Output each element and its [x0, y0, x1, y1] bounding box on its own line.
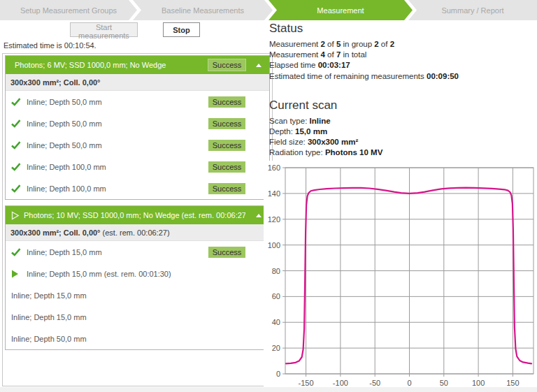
nav-step-baseline-measurements[interactable]: Baseline Measurements — [133, 0, 273, 20]
scan-status-badge[interactable]: Success — [208, 96, 245, 108]
current-scan-line: Field size: 300x300 mm² — [269, 137, 535, 147]
group-header-6mv[interactable]: Photons; 6 MV; SSD 1000,0 mm; No Wedge S… — [6, 56, 269, 74]
measurement-group-6mv: Photons; 6 MV; SSD 1000,0 mm; No Wedge S… — [5, 55, 270, 200]
scan-list-item[interactable]: Inline; Depth 50,0 mm — [6, 328, 269, 349]
svg-text:40: 40 — [272, 318, 280, 326]
beam-profile-chart: 020406080100120140160-150-100-5005010015… — [264, 161, 537, 391]
svg-text:50: 50 — [440, 379, 448, 387]
scan-label: Inline; Depth 15,0 mm (est. rem. 00:01:3… — [27, 270, 171, 278]
check-icon — [11, 184, 22, 193]
play-outline-icon — [11, 211, 20, 220]
svg-text:-150: -150 — [299, 379, 314, 387]
nav-step-label: Measurement — [317, 6, 364, 15]
status-panel: Status Measurement 2 of 5 in group 2 of … — [269, 22, 535, 169]
field-subheader-text: 300x300 mm²; Coll. 0,00° — [10, 78, 101, 87]
collapse-arrow-icon[interactable] — [256, 214, 262, 217]
field-subheader: 300x300 mm²; Coll. 0,00° — [6, 74, 269, 91]
status-line: Elapsed time 00:03:17 — [269, 60, 535, 71]
svg-text:100: 100 — [268, 241, 280, 249]
check-icon — [11, 140, 22, 150]
svg-text:-100: -100 — [333, 379, 348, 387]
measurement-groups-panel: Photons; 6 MV; SSD 1000,0 mm; No Wedge S… — [2, 53, 273, 386]
collapse-arrow-icon[interactable] — [256, 64, 262, 67]
window-bottom-edge — [0, 387, 537, 392]
scan-list-item[interactable]: Inline; Depth 50,0 mm Success — [6, 112, 269, 134]
status-line: Measurement 2 of 5 in group 2 of 2 — [269, 39, 535, 50]
svg-text:160: 160 — [268, 164, 280, 172]
scan-label: Inline; Depth 50,0 mm — [27, 141, 102, 150]
scan-status-badge[interactable]: Success — [208, 183, 245, 194]
nav-step-setup-measurement-groups[interactable]: Setup Measurement Groups — [0, 0, 137, 20]
scan-label: Inline; Depth 50,0 mm — [27, 119, 102, 128]
status-line: Estimated time of remaining measurements… — [269, 71, 535, 82]
measurement-group-10mv: Photons; 10 MV; SSD 1000,0 mm; No Wedge … — [5, 205, 270, 350]
scan-status-badge[interactable]: Success — [208, 161, 245, 173]
status-title: Status — [269, 22, 535, 36]
scan-label: Inline; Depth 15,0 mm — [27, 248, 102, 256]
stop-button[interactable]: Stop — [163, 22, 200, 37]
svg-text:150: 150 — [506, 379, 519, 387]
svg-text:120: 120 — [268, 215, 280, 224]
group-status-badge[interactable]: Success — [208, 59, 245, 71]
check-icon — [11, 162, 22, 171]
scan-list-item[interactable]: Inline; Depth 100,0 mm Success — [6, 177, 269, 199]
play-icon — [11, 269, 22, 278]
start-measurements-button[interactable]: Start measurements — [70, 22, 138, 37]
svg-text:60: 60 — [272, 292, 280, 300]
scan-label: Inline; Depth 15,0 mm — [11, 291, 87, 300]
current-scan-line: Scan type: Inline — [269, 116, 535, 126]
current-scan-line: Radiation type: Photons 10 MV — [269, 147, 535, 158]
field-subheader: 300x300 mm²; Coll. 0,00° (est. rem. 00:0… — [6, 224, 269, 241]
scan-list-item[interactable]: Inline; Depth 15,0 mm — [6, 306, 269, 328]
svg-text:140: 140 — [268, 189, 280, 198]
scan-list-item[interactable]: Inline; Depth 15,0 mm — [6, 284, 269, 306]
scan-label: Inline; Depth 100,0 mm — [27, 163, 106, 171]
nav-step-measurement[interactable]: Measurement — [268, 0, 413, 20]
scan-list-item[interactable]: Inline; Depth 15,0 mm Success — [6, 241, 269, 263]
scan-status-badge[interactable]: Success — [208, 118, 245, 129]
group-title: Photons; 10 MV; SSD 1000,0 mm; No Wedge … — [24, 211, 245, 219]
check-icon — [11, 97, 22, 106]
scan-list-item[interactable]: Inline; Depth 100,0 mm Success — [6, 156, 269, 177]
estimated-time-text: Estimated time is 00:10:54. — [3, 41, 96, 50]
app-window: Setup Measurement Groups Baseline Measur… — [0, 0, 537, 392]
scan-label: Inline; Depth 50,0 mm — [11, 335, 87, 343]
group-header-10mv[interactable]: Photons; 10 MV; SSD 1000,0 mm; No Wedge … — [6, 206, 269, 224]
svg-text:100: 100 — [472, 379, 485, 387]
svg-text:-50: -50 — [369, 379, 380, 387]
scan-list-item[interactable]: Inline; Depth 50,0 mm Success — [6, 134, 269, 156]
scan-label: Inline; Depth 100,0 mm — [27, 184, 106, 193]
wizard-nav: Setup Measurement Groups Baseline Measur… — [0, 0, 537, 20]
nav-step-label: Setup Measurement Groups — [20, 6, 117, 15]
scan-list-item-running[interactable]: Inline; Depth 15,0 mm (est. rem. 00:01:3… — [6, 263, 269, 284]
nav-step-summary-report[interactable]: Summary / Report — [408, 0, 537, 20]
scan-status-badge[interactable]: Success — [208, 247, 245, 258]
svg-text:0: 0 — [407, 379, 411, 387]
group-title: Photons; 6 MV; SSD 1000,0 mm; No Wedge — [15, 61, 208, 69]
field-subheader-text: 300x300 mm²; Coll. 0,00° — [10, 228, 101, 237]
scan-label: Inline; Depth 50,0 mm — [27, 98, 102, 106]
current-scan-line: Depth: 15,0 mm — [269, 126, 535, 137]
svg-text:20: 20 — [272, 344, 280, 352]
check-icon — [11, 247, 22, 256]
nav-step-label: Baseline Measurements — [162, 6, 244, 15]
scan-label: Inline; Depth 15,0 mm — [11, 313, 87, 321]
scan-status-badge[interactable]: Success — [208, 140, 245, 151]
status-line: Measurement 4 of 7 in total — [269, 50, 535, 60]
scan-list-item[interactable]: Inline; Depth 50,0 mm Success — [6, 91, 269, 112]
check-icon — [11, 119, 22, 128]
svg-text:0: 0 — [276, 370, 280, 378]
nav-step-label: Summary / Report — [441, 6, 503, 15]
svg-text:80: 80 — [272, 267, 280, 275]
current-scan-title: Current scan — [269, 99, 535, 112]
